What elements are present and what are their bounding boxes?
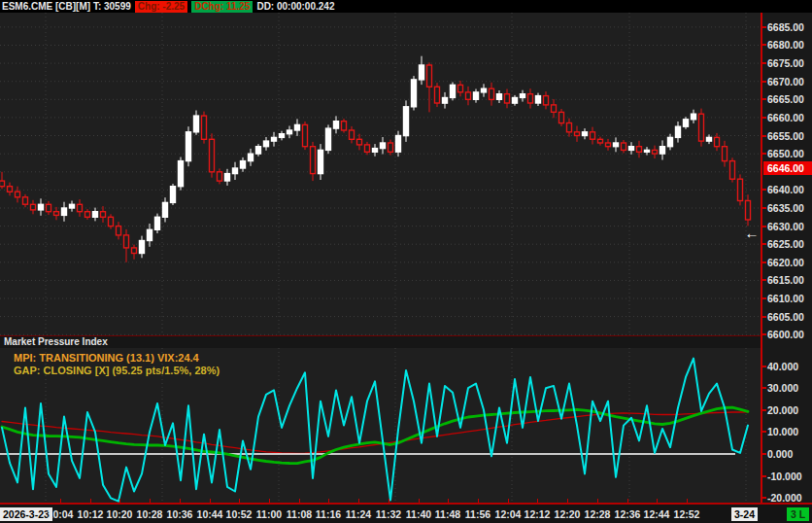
- time-label: 11:56: [465, 508, 491, 520]
- candle: [186, 132, 191, 161]
- time-label: 12:20: [555, 508, 581, 520]
- price-chart-pane[interactable]: ←: [0, 13, 761, 335]
- indicator-axis-label: -10.000: [767, 471, 802, 482]
- candle: [692, 114, 696, 120]
- candle: [47, 204, 51, 211]
- candle: [474, 92, 479, 99]
- candle: [653, 150, 658, 154]
- price-axis-label: 6620.00: [767, 257, 804, 268]
- price-axis-tick: [762, 153, 766, 155]
- candle: [202, 116, 207, 139]
- candle: [171, 187, 176, 203]
- candle: [458, 85, 463, 91]
- time-axis-tick: [657, 499, 658, 503]
- indicator-axis-tick: [762, 497, 766, 499]
- candle: [16, 192, 20, 197]
- candle: [575, 132, 580, 136]
- time-axis-tick: [60, 499, 61, 503]
- candle: [707, 137, 712, 141]
- time-label: 12:52: [674, 508, 700, 520]
- price-axis-tick: [762, 62, 766, 64]
- price-axis-label: 6610.00: [767, 293, 804, 304]
- candle: [606, 143, 611, 147]
- price-axis-tick: [762, 26, 766, 28]
- indicator-axis-tick: [762, 453, 766, 455]
- candle: [427, 65, 432, 87]
- candle: [559, 112, 564, 122]
- candle: [598, 139, 603, 143]
- time-axis-tick: [687, 499, 688, 503]
- candle: [101, 212, 106, 218]
- symbol-title: ESM6.CME [CB][M] T: 30599: [2, 1, 131, 12]
- price-axis[interactable]: 6685.006680.006675.006670.006665.006660.…: [761, 13, 812, 348]
- candle: [31, 204, 36, 210]
- price-axis-label: 6675.00: [767, 57, 804, 69]
- time-label: 10:52: [226, 508, 253, 520]
- candlestick-chart[interactable]: [0, 13, 761, 335]
- candle: [396, 136, 401, 153]
- symbol-status-bar: ESM6.CME [CB][M] T: 30599 Chg: -2.25 DCh…: [0, 0, 812, 13]
- time-axis-tick: [627, 499, 628, 503]
- price-axis-tick: [762, 135, 766, 137]
- candle: [490, 88, 494, 99]
- time-label: 12:04: [495, 508, 522, 520]
- time-label: 10:44: [197, 508, 223, 520]
- price-axis-tick: [762, 243, 766, 245]
- candle: [357, 139, 362, 145]
- candle: [645, 150, 650, 152]
- time-axis-tick: [389, 499, 389, 503]
- time-axis-tick: [508, 499, 509, 503]
- indicator-axis-label: 30.000: [767, 382, 798, 394]
- price-axis-tick: [762, 226, 766, 227]
- candle: [70, 204, 75, 208]
- price-axis-label: 6605.00: [767, 311, 804, 323]
- candle: [78, 204, 83, 211]
- time-label: 10:20: [107, 508, 133, 520]
- indicator-axis-tick: [762, 475, 766, 477]
- price-axis-label: 6685.00: [767, 21, 804, 33]
- price-axis-tick: [762, 189, 766, 191]
- indicator-axis-tick: [762, 387, 766, 389]
- time-axis-tick: [478, 499, 479, 503]
- time-label: 12:36: [615, 508, 641, 520]
- time-axis-tick: [210, 499, 211, 503]
- price-axis-label: 6625.00: [767, 238, 804, 250]
- candle: [117, 227, 121, 235]
- price-axis-label: 6655.00: [767, 130, 804, 142]
- candle: [225, 174, 230, 181]
- candle: [85, 212, 90, 218]
- time-label: 11:00: [256, 508, 282, 520]
- time-axis-tick: [597, 499, 598, 503]
- candle: [443, 98, 448, 104]
- time-axis[interactable]: 2026-3-23 3-24 3 L 10:0410:1210:2010:281…: [0, 503, 812, 523]
- time-label: 10:12: [78, 508, 104, 520]
- price-axis-tick: [762, 44, 766, 46]
- time-label: 11:32: [376, 508, 401, 520]
- indicator-axis[interactable]: 40.00030.00020.00010.0000.000-10.000-20.…: [761, 348, 812, 503]
- candle: [614, 143, 619, 147]
- time-axis-tick: [419, 499, 420, 503]
- next-date-label: 3-24: [731, 507, 758, 521]
- session-date-label: 2026-3-23: [0, 507, 52, 521]
- candle: [583, 132, 588, 136]
- candle: [148, 229, 152, 240]
- candle: [521, 94, 525, 98]
- candle: [513, 98, 518, 104]
- price-axis-label: 6615.00: [767, 274, 804, 286]
- price-axis-tick: [762, 117, 766, 119]
- candle: [241, 161, 246, 168]
- mpi-indicator-chart[interactable]: [0, 348, 761, 503]
- candle: [334, 122, 339, 128]
- candle: [482, 88, 487, 92]
- time-axis-tick: [328, 499, 329, 503]
- last-price-label: 6646.00: [763, 161, 812, 175]
- price-axis-tick: [762, 316, 766, 318]
- price-axis-label: 6665.00: [767, 93, 804, 105]
- time-label: 11:16: [316, 508, 341, 520]
- candle: [39, 204, 44, 210]
- candle: [218, 172, 222, 181]
- indicator-pane[interactable]: MPI: TRANSITIONING (13.1) VIX:24.4 GAP: …: [0, 348, 761, 503]
- candle: [23, 197, 28, 204]
- candle: [373, 149, 378, 153]
- time-label: 11:48: [435, 508, 460, 520]
